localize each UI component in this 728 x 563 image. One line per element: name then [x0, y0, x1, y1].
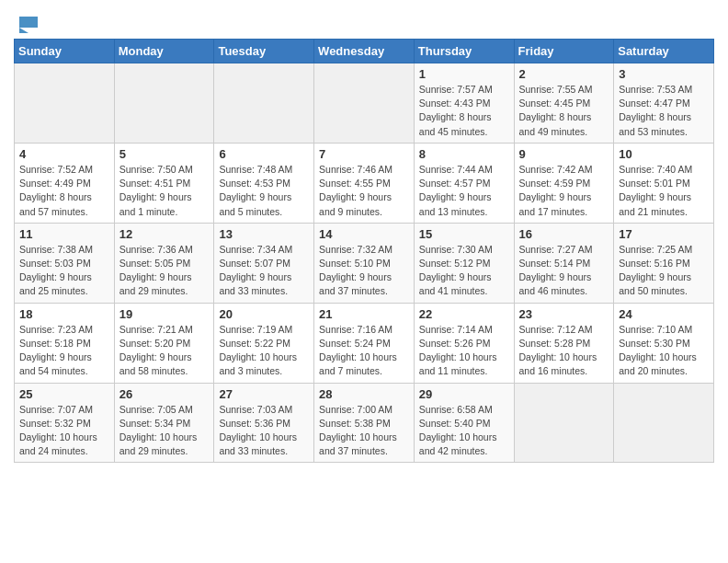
day-info: Sunrise: 7:27 AM Sunset: 5:14 PM Dayligh… [519, 243, 609, 299]
header-day-friday: Friday [514, 40, 614, 63]
day-number: 28 [319, 387, 409, 401]
day-info: Sunrise: 7:00 AM Sunset: 5:38 PM Dayligh… [319, 403, 409, 459]
day-number: 6 [219, 147, 309, 161]
header-day-saturday: Saturday [614, 40, 714, 63]
calendar-cell [15, 63, 115, 144]
day-number: 22 [419, 307, 509, 321]
day-info: Sunrise: 7:36 AM Sunset: 5:05 PM Dayligh… [119, 243, 210, 299]
header [14, 9, 714, 33]
day-number: 25 [19, 387, 109, 401]
calendar-cell [514, 383, 614, 463]
day-info: Sunrise: 7:44 AM Sunset: 4:57 PM Dayligh… [419, 163, 509, 219]
calendar-cell: 3Sunrise: 7:53 AM Sunset: 4:47 PM Daylig… [614, 63, 714, 144]
day-info: Sunrise: 7:57 AM Sunset: 4:43 PM Dayligh… [419, 83, 509, 139]
calendar-week-row: 4Sunrise: 7:52 AM Sunset: 4:49 PM Daylig… [15, 143, 714, 223]
day-info: Sunrise: 7:50 AM Sunset: 4:51 PM Dayligh… [119, 163, 210, 219]
day-info: Sunrise: 7:38 AM Sunset: 5:03 PM Dayligh… [19, 243, 109, 299]
day-info: Sunrise: 7:34 AM Sunset: 5:07 PM Dayligh… [219, 243, 309, 299]
day-info: Sunrise: 7:30 AM Sunset: 5:12 PM Dayligh… [419, 243, 509, 299]
day-info: Sunrise: 7:25 AM Sunset: 5:16 PM Dayligh… [619, 243, 709, 299]
calendar-cell: 28Sunrise: 7:00 AM Sunset: 5:38 PM Dayli… [314, 383, 415, 463]
day-info: Sunrise: 7:55 AM Sunset: 4:45 PM Dayligh… [519, 83, 609, 139]
calendar-cell: 12Sunrise: 7:36 AM Sunset: 5:05 PM Dayli… [114, 223, 214, 303]
calendar-week-row: 18Sunrise: 7:23 AM Sunset: 5:18 PM Dayli… [15, 303, 714, 383]
day-number: 4 [19, 147, 109, 161]
calendar-cell [214, 63, 314, 144]
day-number: 18 [19, 307, 109, 321]
day-info: Sunrise: 7:52 AM Sunset: 4:49 PM Dayligh… [19, 163, 109, 219]
day-number: 11 [19, 227, 109, 241]
calendar-cell: 20Sunrise: 7:19 AM Sunset: 5:22 PM Dayli… [214, 303, 314, 383]
calendar-cell [614, 383, 714, 463]
calendar-cell: 4Sunrise: 7:52 AM Sunset: 4:49 PM Daylig… [15, 143, 115, 223]
calendar-cell: 6Sunrise: 7:48 AM Sunset: 4:53 PM Daylig… [214, 143, 314, 223]
calendar-cell [314, 63, 415, 144]
day-number: 14 [319, 227, 409, 241]
calendar-cell: 5Sunrise: 7:50 AM Sunset: 4:51 PM Daylig… [114, 143, 214, 223]
day-info: Sunrise: 7:40 AM Sunset: 5:01 PM Dayligh… [619, 163, 709, 219]
day-info: Sunrise: 7:32 AM Sunset: 5:10 PM Dayligh… [319, 243, 409, 299]
day-number: 8 [419, 147, 509, 161]
calendar-cell: 21Sunrise: 7:16 AM Sunset: 5:24 PM Dayli… [314, 303, 415, 383]
calendar-cell: 1Sunrise: 7:57 AM Sunset: 4:43 PM Daylig… [414, 63, 514, 144]
calendar-cell: 24Sunrise: 7:10 AM Sunset: 5:30 PM Dayli… [614, 303, 714, 383]
svg-marker-0 [19, 17, 38, 28]
day-number: 20 [219, 307, 309, 321]
day-number: 19 [119, 307, 210, 321]
calendar-cell: 27Sunrise: 7:03 AM Sunset: 5:36 PM Dayli… [214, 383, 314, 463]
calendar-week-row: 1Sunrise: 7:57 AM Sunset: 4:43 PM Daylig… [15, 63, 714, 144]
day-number: 17 [619, 227, 709, 241]
header-day-monday: Monday [114, 40, 214, 63]
calendar-cell: 25Sunrise: 7:07 AM Sunset: 5:32 PM Dayli… [15, 383, 115, 463]
day-info: Sunrise: 6:58 AM Sunset: 5:40 PM Dayligh… [419, 403, 509, 459]
calendar-cell: 11Sunrise: 7:38 AM Sunset: 5:03 PM Dayli… [15, 223, 115, 303]
day-info: Sunrise: 7:21 AM Sunset: 5:20 PM Dayligh… [119, 323, 210, 379]
day-number: 1 [419, 67, 509, 81]
calendar-cell: 16Sunrise: 7:27 AM Sunset: 5:14 PM Dayli… [514, 223, 614, 303]
day-number: 10 [619, 147, 709, 161]
day-number: 15 [419, 227, 509, 241]
day-number: 29 [419, 387, 509, 401]
day-info: Sunrise: 7:23 AM Sunset: 5:18 PM Dayligh… [19, 323, 109, 379]
day-number: 26 [119, 387, 210, 401]
calendar-cell: 8Sunrise: 7:44 AM Sunset: 4:57 PM Daylig… [414, 143, 514, 223]
day-number: 27 [219, 387, 309, 401]
header-day-thursday: Thursday [414, 40, 514, 63]
day-number: 16 [519, 227, 609, 241]
calendar-cell: 19Sunrise: 7:21 AM Sunset: 5:20 PM Dayli… [114, 303, 214, 383]
day-info: Sunrise: 7:12 AM Sunset: 5:28 PM Dayligh… [519, 323, 609, 379]
calendar-cell: 13Sunrise: 7:34 AM Sunset: 5:07 PM Dayli… [214, 223, 314, 303]
day-number: 2 [519, 67, 609, 81]
calendar-cell: 9Sunrise: 7:42 AM Sunset: 4:59 PM Daylig… [514, 143, 614, 223]
day-number: 23 [519, 307, 609, 321]
day-info: Sunrise: 7:19 AM Sunset: 5:22 PM Dayligh… [219, 323, 309, 379]
day-info: Sunrise: 7:14 AM Sunset: 5:26 PM Dayligh… [419, 323, 509, 379]
calendar-cell: 26Sunrise: 7:05 AM Sunset: 5:34 PM Dayli… [114, 383, 214, 463]
day-number: 3 [619, 67, 709, 81]
day-info: Sunrise: 7:03 AM Sunset: 5:36 PM Dayligh… [219, 403, 309, 459]
day-info: Sunrise: 7:07 AM Sunset: 5:32 PM Dayligh… [19, 403, 109, 459]
day-info: Sunrise: 7:05 AM Sunset: 5:34 PM Dayligh… [119, 403, 210, 459]
day-number: 13 [219, 227, 309, 241]
day-number: 5 [119, 147, 210, 161]
header-day-wednesday: Wednesday [314, 40, 415, 63]
day-info: Sunrise: 7:48 AM Sunset: 4:53 PM Dayligh… [219, 163, 309, 219]
calendar-cell: 18Sunrise: 7:23 AM Sunset: 5:18 PM Dayli… [15, 303, 115, 383]
day-number: 7 [319, 147, 409, 161]
calendar-cell: 29Sunrise: 6:58 AM Sunset: 5:40 PM Dayli… [414, 383, 514, 463]
logo [14, 17, 38, 33]
day-number: 24 [619, 307, 709, 321]
day-number: 12 [119, 227, 210, 241]
day-info: Sunrise: 7:16 AM Sunset: 5:24 PM Dayligh… [319, 323, 409, 379]
header-day-sunday: Sunday [15, 40, 115, 63]
calendar-week-row: 25Sunrise: 7:07 AM Sunset: 5:32 PM Dayli… [15, 383, 714, 463]
calendar-cell: 23Sunrise: 7:12 AM Sunset: 5:28 PM Dayli… [514, 303, 614, 383]
svg-marker-1 [19, 28, 28, 33]
calendar-cell: 2Sunrise: 7:55 AM Sunset: 4:45 PM Daylig… [514, 63, 614, 144]
day-number: 9 [519, 147, 609, 161]
day-number: 21 [319, 307, 409, 321]
calendar-cell: 7Sunrise: 7:46 AM Sunset: 4:55 PM Daylig… [314, 143, 415, 223]
calendar-cell: 17Sunrise: 7:25 AM Sunset: 5:16 PM Dayli… [614, 223, 714, 303]
day-info: Sunrise: 7:42 AM Sunset: 4:59 PM Dayligh… [519, 163, 609, 219]
day-info: Sunrise: 7:46 AM Sunset: 4:55 PM Dayligh… [319, 163, 409, 219]
